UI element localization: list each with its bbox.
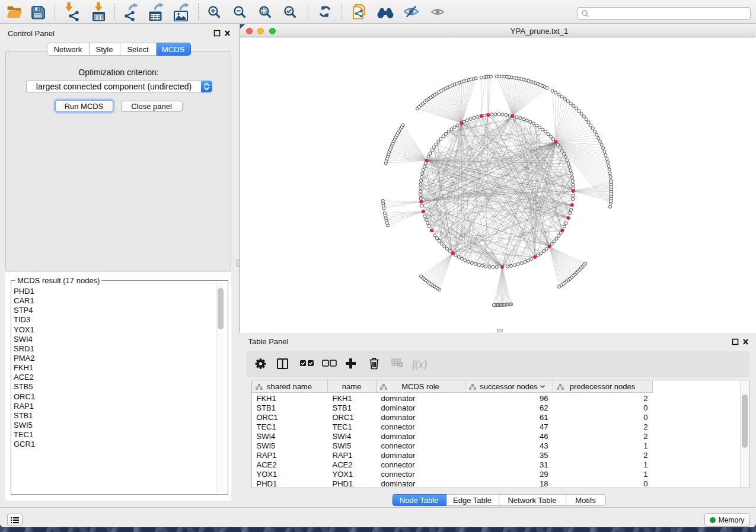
svg-text:f(x): f(x) (412, 358, 427, 371)
